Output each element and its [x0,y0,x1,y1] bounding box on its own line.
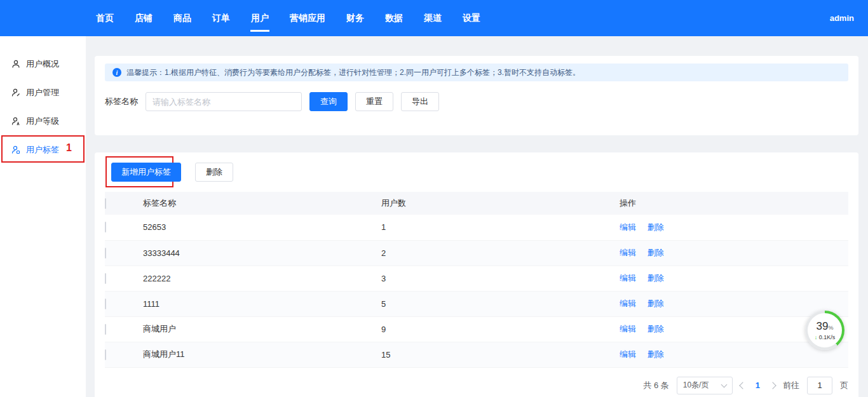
sidebar-item-label: 用户等级 [26,116,59,127]
table-row: 222222 3 编辑 删除 [105,266,848,291]
page-number[interactable]: 1 [753,380,763,390]
user-menu[interactable]: admin [830,0,854,36]
search-label: 标签名称 [105,96,138,107]
table-toolbar: 新增用户标签 删除 [111,163,848,182]
batch-delete-button[interactable]: 删除 [195,163,233,182]
row-checkbox[interactable] [105,273,106,284]
nav-item-users[interactable]: 用户 [251,0,269,37]
nav-item-products[interactable]: 商品 [173,0,191,37]
tag-name: 商城用户 [130,316,369,342]
delete-link[interactable]: 删除 [648,273,664,283]
row-checkbox[interactable] [105,222,106,232]
sidebar: 用户概况 用户管理 用户等级 用户标签 [0,36,86,397]
tag-name: 商城用户11 [130,342,369,367]
user-count: 15 [369,342,607,367]
delete-link[interactable]: 删除 [648,299,664,308]
nav-item-home[interactable]: 首页 [96,0,114,37]
user-count: 3 [369,266,607,291]
row-checkbox[interactable] [105,349,106,360]
query-button[interactable]: 查询 [309,92,348,111]
page: 首页 店铺 商品 订单 用户 营销应用 财务 数据 渠道 设置 admin 用户… [0,0,868,397]
delete-link[interactable]: 删除 [648,222,664,232]
info-icon: i [112,68,121,77]
table-row: 33333444 2 编辑 删除 [105,240,848,266]
edit-link[interactable]: 编辑 [620,349,636,359]
edit-link[interactable]: 编辑 [620,248,636,257]
table-header-row: 标签名称 用户数 操作 [105,192,848,215]
tag-name: 222222 [130,266,369,291]
network-speed-inner: 39% ↓ 0.1K/s [808,313,842,347]
table-row: 商城用户 9 编辑 删除 [105,316,848,342]
down-arrow-icon: ↓ [815,334,818,340]
main-content: i 温馨提示：1.根据用户特征、消费行为等要素给用户分配标签，进行针对性管理；2… [86,36,868,397]
tag-name: 52653 [130,215,369,240]
delete-link[interactable]: 删除 [648,324,664,333]
user-count: 2 [369,240,607,266]
row-checkbox[interactable] [105,248,106,259]
table-row: 1111 5 编辑 删除 [105,291,848,316]
sidebar-item-user-management[interactable]: 用户管理 [0,78,86,107]
goto-page-input[interactable] [807,377,832,394]
page-size-value: 10条/页 [683,380,709,391]
row-checkbox[interactable] [105,324,106,335]
top-nav: 首页 店铺 商品 订单 用户 营销应用 财务 数据 渠道 设置 [96,0,480,37]
user-tag-icon [11,145,20,154]
edit-link[interactable]: 编辑 [620,222,636,232]
tag-name-input[interactable] [146,92,302,111]
table-row: 商城用户11 15 编辑 删除 [105,342,848,367]
sidebar-item-label: 用户概况 [26,58,59,70]
nav-item-channels[interactable]: 渠道 [424,0,442,37]
select-all-checkbox[interactable] [105,198,106,209]
column-header-name: 标签名称 [130,192,369,215]
sidebar-item-user-levels[interactable]: 用户等级 [0,107,86,135]
tag-name: 1111 [130,291,369,316]
top-header: 首页 店铺 商品 订单 用户 营销应用 财务 数据 渠道 设置 admin [0,0,868,36]
table-card: 新增用户标签 删除 标签名称 用户数 操作 52653 [95,152,858,397]
sidebar-item-label: 用户标签 [26,144,59,156]
percent-value: 39% [817,321,834,333]
delete-link[interactable]: 删除 [648,349,664,359]
user-edit-icon [11,88,20,97]
notice-banner: i 温馨提示：1.根据用户特征、消费行为等要素给用户分配标签，进行针对性管理；2… [105,64,848,81]
user-tags-table: 标签名称 用户数 操作 52653 1 编辑 删除 [105,192,848,368]
sidebar-item-user-overview[interactable]: 用户概况 [0,50,86,78]
nav-item-orders[interactable]: 订单 [212,0,230,37]
page-unit-label: 页 [840,380,848,391]
nav-item-marketing[interactable]: 营销应用 [290,0,325,37]
download-speed: ↓ 0.1K/s [815,334,836,340]
add-user-tag-button[interactable]: 新增用户标签 [111,163,181,182]
user-count: 5 [369,291,607,316]
network-speed-widget[interactable]: 39% ↓ 0.1K/s [805,311,844,350]
edit-link[interactable]: 编辑 [620,324,636,333]
next-page-icon[interactable] [769,382,776,389]
user-count: 1 [369,215,607,240]
export-button[interactable]: 导出 [401,92,439,111]
edit-link[interactable]: 编辑 [620,299,636,308]
total-count: 共 6 条 [643,380,668,391]
chevron-down-icon [721,381,727,387]
table-row: 52653 1 编辑 删除 [105,215,848,240]
pagination: 共 6 条 10条/页 1 前往 页 [105,377,848,394]
user-icon [11,60,20,69]
nav-item-data[interactable]: 数据 [385,0,403,37]
column-header-count: 用户数 [369,192,607,215]
goto-label: 前往 [783,380,799,391]
edit-link[interactable]: 编辑 [620,273,636,283]
delete-link[interactable]: 删除 [648,248,664,257]
sidebar-item-user-tags[interactable]: 用户标签 [0,135,86,164]
column-header-actions: 操作 [607,192,848,215]
search-row: 标签名称 查询 重置 导出 [105,92,848,111]
tag-name: 33333444 [130,240,369,266]
sidebar-item-label: 用户管理 [26,87,59,98]
page-size-select[interactable]: 10条/页 [677,377,733,394]
user-level-icon [11,117,20,126]
filter-card: i 温馨提示：1.根据用户特征、消费行为等要素给用户分配标签，进行针对性管理；2… [95,56,858,135]
nav-item-finance[interactable]: 财务 [346,0,364,37]
reset-button[interactable]: 重置 [355,92,393,111]
row-checkbox[interactable] [105,299,106,309]
prev-page-icon[interactable] [739,382,746,389]
user-count: 9 [369,316,607,342]
nav-item-settings[interactable]: 设置 [463,0,480,37]
notice-text: 温馨提示：1.根据用户特征、消费行为等要素给用户分配标签，进行针对性管理；2.同… [126,67,580,78]
nav-item-shop[interactable]: 店铺 [135,0,153,37]
